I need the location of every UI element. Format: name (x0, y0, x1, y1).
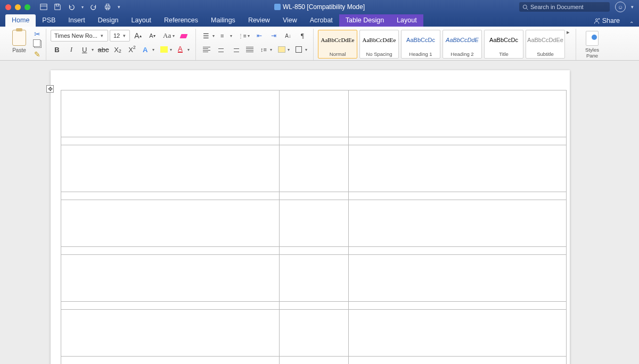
styles-more-button[interactable]: ▸ (565, 29, 571, 36)
window-controls (0, 4, 30, 10)
svg-line-7 (527, 8, 528, 10)
redo-icon[interactable] (90, 3, 97, 11)
tab-design[interactable]: Design (92, 14, 125, 27)
table-row[interactable] (61, 310, 567, 357)
save-icon[interactable] (54, 3, 61, 11)
table-row[interactable] (61, 247, 567, 255)
collapse-ribbon-icon[interactable]: ⌃ (624, 21, 639, 27)
show-marks-button[interactable]: ¶ (296, 30, 309, 42)
search-placeholder: Search in Document (530, 4, 584, 10)
table-row[interactable] (61, 200, 567, 247)
print-icon[interactable] (104, 3, 111, 11)
multilevel-list-button[interactable]: ⋮≡▾ (235, 30, 251, 42)
document-table[interactable] (61, 90, 567, 364)
table-row[interactable] (61, 357, 567, 365)
paste-button[interactable]: Paste (7, 29, 31, 60)
strikethrough-button[interactable]: abc (97, 44, 110, 55)
change-case-button[interactable]: Aa▾ (160, 30, 176, 42)
text-effects-button[interactable]: A▾ (140, 44, 156, 55)
undo-dropdown-icon[interactable]: ▾ (81, 5, 84, 10)
styles-pane-button[interactable]: StylesPane (580, 29, 604, 60)
tab-review[interactable]: Review (242, 14, 276, 27)
style-preview: AaBbCcDc (489, 32, 518, 47)
styles-pane-label: StylesPane (585, 47, 599, 59)
sort-button[interactable]: A↓ (282, 30, 294, 42)
bullets-button[interactable]: ☰▾ (200, 30, 216, 42)
bold-button[interactable]: B (51, 44, 63, 55)
undo-icon[interactable] (68, 3, 75, 11)
align-center-button[interactable] (215, 44, 227, 55)
table-row[interactable] (61, 137, 567, 145)
minimize-window-button[interactable] (15, 4, 21, 10)
word-doc-icon (274, 4, 281, 10)
cut-icon[interactable]: ✂ (34, 30, 42, 38)
styles-pane-icon (586, 31, 599, 46)
style-no-spacing[interactable]: AaBbCcDdEeNo Spacing (359, 30, 399, 59)
align-right-button[interactable] (229, 44, 242, 55)
align-left-button[interactable] (200, 44, 213, 55)
line-spacing-button[interactable]: ↕≡▾ (258, 44, 274, 55)
style-heading-1[interactable]: AaBbCcDcHeading 1 (401, 30, 440, 59)
format-painter-icon[interactable]: ✎ (34, 50, 42, 59)
tab-layout[interactable]: Layout (390, 14, 423, 27)
style-title[interactable]: AaBbCcDcTitle (484, 30, 523, 59)
highlight-button[interactable]: ▾ (158, 44, 174, 55)
close-window-button[interactable] (5, 4, 11, 10)
feedback-icon[interactable]: ☺ (615, 2, 626, 12)
style-subtitle[interactable]: AaBbCcDdEeSubtitle (526, 30, 565, 59)
tab-references[interactable]: References (158, 14, 204, 27)
numbering-button[interactable]: ≡▾ (218, 30, 234, 42)
justify-icon (246, 47, 253, 53)
qat-customize-icon[interactable]: ▾ (118, 4, 120, 10)
superscript-button[interactable]: X2 (126, 44, 138, 55)
table-row[interactable] (61, 302, 567, 310)
feedback-dropdown-icon[interactable]: ▾ (631, 4, 634, 10)
ribbon: Paste ✂ ✎ Times New Ro...▾ 12▾ A▴ A▾ Aa▾… (0, 27, 639, 61)
italic-button[interactable]: I (65, 44, 78, 55)
page[interactable]: ✥ (51, 70, 570, 364)
underline-button[interactable]: U▾ (79, 44, 95, 55)
table-row[interactable] (61, 145, 567, 192)
increase-indent-button[interactable]: ⇥ (267, 30, 280, 42)
font-name-select[interactable]: Times New Ro...▾ (51, 30, 108, 42)
grow-font-button[interactable]: A▴ (132, 30, 144, 42)
decrease-indent-button[interactable]: ⇤ (253, 30, 266, 42)
tab-insert[interactable]: Insert (62, 14, 91, 27)
search-input[interactable]: Search in Document (519, 2, 610, 12)
subscript-button[interactable]: X2 (111, 44, 124, 55)
style-heading-2[interactable]: AaBbCcDdEHeading 2 (443, 30, 482, 59)
document-area[interactable]: ✥ (0, 61, 639, 364)
share-button[interactable]: Share (589, 15, 624, 27)
svg-point-8 (595, 19, 597, 21)
tab-acrobat[interactable]: Acrobat (304, 14, 339, 27)
multilevel-icon: ⋮≡ (238, 33, 247, 39)
font-color-button[interactable]: A▾ (175, 44, 191, 55)
tab-mailings[interactable]: Mailings (204, 14, 242, 27)
tab-layout[interactable]: Layout (125, 14, 158, 27)
style-label: Normal (330, 51, 346, 57)
tab-home[interactable]: Home (5, 14, 36, 27)
table-row[interactable] (61, 192, 567, 200)
tab-psb[interactable]: PSB (36, 14, 62, 27)
table-move-handle[interactable]: ✥ (46, 85, 54, 93)
justify-button[interactable] (243, 44, 256, 55)
borders-button[interactable]: ▾ (293, 44, 309, 55)
style-normal[interactable]: AaBbCcDdEeNormal (318, 30, 357, 59)
style-preview: AaBbCcDc (406, 32, 435, 47)
clear-formatting-button[interactable] (178, 30, 191, 42)
maximize-window-button[interactable] (24, 4, 30, 10)
tab-table-design[interactable]: Table Design (339, 14, 390, 27)
copy-icon[interactable] (34, 40, 42, 48)
tab-view[interactable]: View (276, 14, 304, 27)
align-right-icon (232, 47, 239, 53)
style-preview: AaBbCcDdE (446, 32, 479, 47)
share-label: Share (602, 17, 620, 24)
shading-button[interactable]: ▾ (275, 44, 291, 55)
table-row[interactable] (61, 90, 567, 137)
file-menu-icon[interactable] (40, 3, 47, 11)
font-size-select[interactable]: 12▾ (110, 30, 130, 42)
shrink-font-button[interactable]: A▾ (146, 30, 159, 42)
table-row[interactable] (61, 255, 567, 302)
indent-icon: ⇥ (271, 32, 276, 39)
search-icon (522, 4, 528, 10)
